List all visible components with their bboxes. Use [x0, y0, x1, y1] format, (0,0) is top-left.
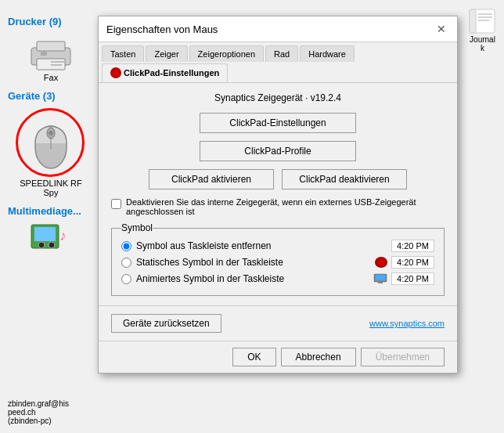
- modal-main-content: Synaptics Zeigegerät · v19.2.4 ClickPad-…: [99, 83, 457, 305]
- time-badge-static: 4:20 PM: [391, 256, 434, 269]
- deactivate-button[interactable]: ClickPad deaktivieren: [282, 169, 407, 189]
- modal-titlebar: Eigenschaften von Maus ✕: [99, 16, 457, 42]
- tab-hardware[interactable]: Hardware: [300, 45, 355, 62]
- time-badge-animated: 4:20 PM: [391, 272, 434, 285]
- cancel-button[interactable]: Abbrechen: [281, 348, 356, 366]
- radio-row-static: Statisches Symbol in der Taskleiste 4:20…: [121, 256, 434, 269]
- close-button[interactable]: ✕: [434, 21, 449, 37]
- usb-checkbox-label: Deaktivieren Sie das interne Zeigegerät,…: [126, 197, 445, 216]
- usb-checkbox-row: Deaktivieren Sie das interne Zeigegerät,…: [111, 197, 445, 216]
- clickpad-profiles-button[interactable]: ClickPad-Profile: [200, 141, 356, 161]
- radio-left-static: Statisches Symbol in der Taskleiste: [121, 257, 283, 268]
- symbol-legend: Symbol: [121, 222, 153, 233]
- modal-title: Eigenschaften von Maus: [106, 23, 218, 35]
- ok-button[interactable]: OK: [232, 348, 275, 366]
- radio-remove[interactable]: [121, 241, 131, 251]
- tab-tasten[interactable]: Tasten: [102, 45, 144, 62]
- radio-animated-label: Animiertes Symbol in der Taskleiste: [136, 273, 284, 284]
- usb-checkbox[interactable]: [111, 199, 121, 209]
- tab-clickpad[interactable]: ClickPad-Einstellungen: [102, 63, 228, 82]
- reset-devices-button[interactable]: Geräte zurücksetzen: [111, 314, 221, 333]
- ok-cancel-row: OK Abbrechen Übernehmen: [99, 341, 457, 373]
- synaptics-link[interactable]: www.synaptics.com: [369, 319, 445, 328]
- radio-remove-label: Symbol aus Taskleiste entfernen: [136, 240, 272, 251]
- properties-dialog: Eigenschaften von Maus ✕ Tasten Zeiger Z…: [98, 16, 458, 373]
- monitor-tray-icon: [373, 273, 387, 284]
- radio-right-remove: 4:20 PM: [391, 240, 434, 252]
- apply-button[interactable]: Übernehmen: [361, 348, 445, 366]
- radio-animated[interactable]: [121, 274, 131, 284]
- tab-zeiger[interactable]: Zeiger: [146, 45, 187, 62]
- radio-row-remove: Symbol aus Taskleiste entfernen 4:20 PM: [121, 240, 434, 252]
- activate-deactivate-row: ClickPad aktivieren ClickPad deaktiviere…: [111, 169, 445, 189]
- tab-bar: Tasten Zeiger Zeigeroptionen Rad Hardwar…: [99, 42, 457, 83]
- version-text: Synaptics Zeigegerät · v19.2.4: [111, 92, 445, 103]
- radio-static-label: Statisches Symbol in der Taskleiste: [136, 257, 283, 268]
- activate-button[interactable]: ClickPad aktivieren: [149, 169, 274, 189]
- radio-left-remove: Symbol aus Taskleiste entfernen: [121, 240, 272, 251]
- radio-left-animated: Animiertes Symbol in der Taskleiste: [121, 273, 284, 284]
- time-badge-remove: 4:20 PM: [391, 240, 434, 252]
- tab-zeigeroptionen[interactable]: Zeigeroptionen: [189, 45, 264, 62]
- radio-row-animated: Animiertes Symbol in der Taskleiste 4:20…: [121, 272, 434, 285]
- modal-overlay: Eigenschaften von Maus ✕ Tasten Zeiger Z…: [0, 0, 504, 433]
- svg-rect-22: [378, 282, 383, 283]
- tab-rad[interactable]: Rad: [265, 45, 298, 62]
- radio-right-animated: 4:20 PM: [373, 272, 434, 285]
- synaptics-logo-icon: [110, 67, 121, 78]
- symbol-fieldset: Symbol Symbol aus Taskleiste entfernen 4…: [111, 222, 445, 296]
- radio-right-static: 4:20 PM: [375, 256, 434, 269]
- synaptics-tray-icon: [375, 257, 387, 268]
- radio-static[interactable]: [121, 258, 131, 268]
- svg-rect-21: [376, 275, 385, 280]
- modal-bottom-area: Geräte zurücksetzen www.synaptics.com: [99, 305, 457, 341]
- clickpad-settings-button[interactable]: ClickPad-Einstellungen: [200, 113, 356, 133]
